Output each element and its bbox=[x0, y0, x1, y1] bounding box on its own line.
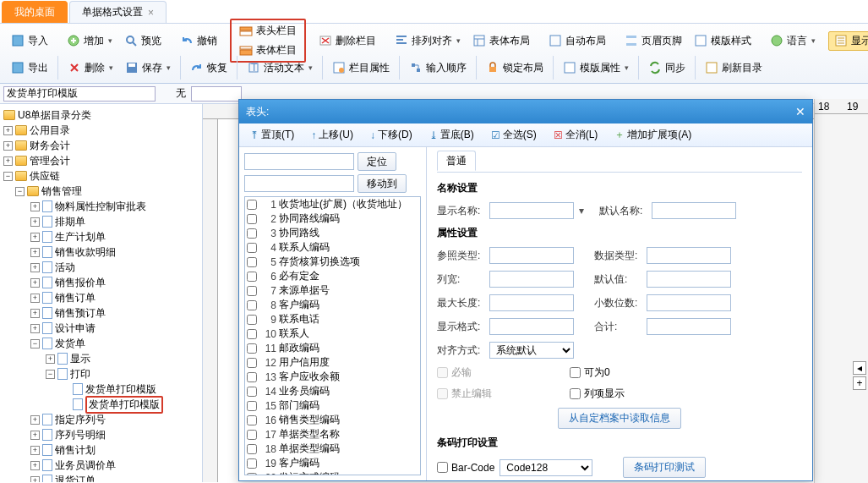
list-check[interactable] bbox=[247, 473, 257, 476]
export-button[interactable]: 导出 bbox=[5, 58, 54, 78]
template-style-button[interactable]: 模版样式 bbox=[688, 31, 757, 51]
addext-button[interactable]: ＋增加扩展项(A) bbox=[609, 125, 697, 145]
locate-input[interactable] bbox=[244, 153, 354, 170]
header-cols-button[interactable]: 表头栏目 bbox=[233, 21, 303, 41]
list-check[interactable] bbox=[247, 458, 257, 469]
list-check[interactable] bbox=[247, 329, 257, 339]
tree-root[interactable]: U8单据目录分类 bbox=[0, 107, 202, 123]
list-item[interactable]: 4联系人编码 bbox=[245, 240, 420, 255]
tree-node[interactable]: +业务员调价单 bbox=[0, 458, 202, 473]
zero-check[interactable] bbox=[570, 367, 581, 378]
list-item[interactable]: 16销售类型编码 bbox=[245, 413, 420, 427]
tree-node[interactable]: +销售报价单 bbox=[0, 275, 202, 290]
barcode-test-button[interactable]: 条码打印测试 bbox=[623, 457, 706, 478]
datatype-input[interactable] bbox=[647, 247, 731, 264]
list-check[interactable] bbox=[247, 343, 257, 354]
tree-node[interactable]: +销售收款明细 bbox=[0, 244, 202, 260]
tree-node[interactable]: +显示 bbox=[0, 351, 202, 366]
list-check[interactable] bbox=[247, 358, 257, 368]
colshow-check[interactable] bbox=[570, 388, 581, 399]
list-item[interactable]: 18单据类型编码 bbox=[245, 442, 420, 456]
body-layout-button[interactable]: 表体布局 bbox=[467, 31, 536, 51]
sync-button[interactable]: 同步 bbox=[642, 58, 691, 78]
list-check[interactable] bbox=[247, 286, 257, 296]
list-item[interactable]: 5存货核算切换选项 bbox=[245, 255, 420, 269]
default-input[interactable] bbox=[647, 271, 731, 288]
template-name-input[interactable] bbox=[3, 86, 156, 102]
list-item[interactable]: 15部门编码 bbox=[245, 398, 420, 413]
close-icon[interactable]: ✕ bbox=[795, 105, 805, 118]
colwidth-input[interactable] bbox=[489, 271, 574, 288]
list-item[interactable]: 12用户信用度 bbox=[245, 355, 420, 370]
tree-node[interactable]: 发货单打印模版 bbox=[0, 381, 202, 397]
delete-button[interactable]: 删除▾ bbox=[62, 58, 119, 78]
tree-node[interactable]: +生产计划单 bbox=[0, 229, 202, 244]
list-item[interactable]: 19客户编码 bbox=[245, 456, 420, 470]
bottom-button[interactable]: ⤓置底(B) bbox=[423, 125, 480, 145]
language-button[interactable]: 语言▾ bbox=[764, 31, 822, 51]
down-button[interactable]: ↓下移(D) bbox=[364, 125, 418, 145]
list-item[interactable]: 2协同路线编码 bbox=[245, 211, 420, 226]
list-item[interactable]: 13客户应收余额 bbox=[245, 370, 420, 384]
reftype-input[interactable] bbox=[489, 247, 574, 264]
list-item[interactable]: 9联系电话 bbox=[245, 312, 420, 327]
read-from-archive-button[interactable]: 从自定档案中读取信息 bbox=[558, 408, 681, 429]
tree-node[interactable]: +销售预订单 bbox=[0, 305, 202, 321]
list-check[interactable] bbox=[247, 430, 257, 440]
tree-node[interactable]: −打印 bbox=[0, 366, 202, 381]
list-check[interactable] bbox=[247, 257, 257, 267]
tree-pane[interactable]: U8单据目录分类 +公用目录 +财务会计 +管理会计 −供应链 −销售管理 +物… bbox=[0, 104, 203, 482]
list-item[interactable]: 7来源单据号 bbox=[245, 283, 420, 298]
tree-node[interactable]: +销售订单 bbox=[0, 290, 202, 305]
list-check[interactable] bbox=[247, 272, 257, 282]
tree-node[interactable]: 发货单打印模版 bbox=[0, 397, 202, 412]
none-input[interactable] bbox=[191, 86, 242, 102]
list-check[interactable] bbox=[247, 243, 257, 253]
list-item[interactable]: 10联系人 bbox=[245, 327, 420, 341]
restore-button[interactable]: 恢复 bbox=[184, 58, 233, 78]
tree-node[interactable]: −供应链 bbox=[0, 168, 202, 184]
tab-format[interactable]: 单据格式设置× bbox=[69, 1, 167, 23]
tree-node[interactable]: +指定序列号 bbox=[0, 412, 202, 427]
tree-node[interactable]: −销售管理 bbox=[0, 184, 202, 199]
lock-layout-button[interactable]: 锁定布局 bbox=[480, 58, 549, 78]
tree-node[interactable]: +销售计划 bbox=[0, 442, 202, 458]
tab-general[interactable]: 普通 bbox=[437, 151, 476, 171]
list-item[interactable]: 11邮政编码 bbox=[245, 341, 420, 355]
field-list[interactable]: 1收货地址(扩展)（收货地址）2协同路线编码3协同路线4联系人编码5存货核算切换… bbox=[244, 196, 421, 475]
list-check[interactable] bbox=[247, 415, 257, 425]
list-item[interactable]: 8客户编码 bbox=[245, 298, 420, 312]
show-toc-button[interactable]: 显示目录 bbox=[828, 31, 868, 51]
sum-input[interactable] bbox=[647, 318, 731, 335]
list-check[interactable] bbox=[247, 372, 257, 382]
moveto-input[interactable] bbox=[244, 175, 354, 192]
align-select[interactable]: 系统默认 bbox=[489, 342, 574, 359]
tree-node[interactable]: +公用目录 bbox=[0, 123, 202, 138]
list-check[interactable] bbox=[247, 315, 257, 325]
del-col-button[interactable]: 删除栏目 bbox=[313, 31, 382, 51]
add-handle[interactable]: + bbox=[853, 376, 866, 390]
close-icon[interactable]: × bbox=[148, 7, 154, 19]
header-footer-button[interactable]: 页眉页脚 bbox=[619, 31, 688, 51]
tree-node[interactable]: +退货订单 bbox=[0, 473, 202, 482]
dialog-titlebar[interactable]: 表头: ✕ bbox=[239, 100, 812, 123]
list-check[interactable] bbox=[247, 228, 257, 239]
tree-node[interactable]: +排期单 bbox=[0, 214, 202, 229]
add-button[interactable]: 增加▾ bbox=[61, 31, 118, 51]
list-item[interactable]: 17单据类型名称 bbox=[245, 427, 420, 442]
active-text-button[interactable]: T活动文本▾ bbox=[241, 58, 319, 78]
decimal-input[interactable] bbox=[647, 294, 731, 311]
list-item[interactable]: 1收货地址(扩展)（收货地址） bbox=[245, 197, 420, 211]
tree-node[interactable]: −发货单 bbox=[0, 336, 202, 351]
refresh-toc-button[interactable]: 刷新目录 bbox=[699, 58, 768, 78]
tree-node[interactable]: +活动 bbox=[0, 260, 202, 275]
save-button[interactable]: 保存▾ bbox=[119, 58, 177, 78]
tree-node[interactable]: +物料属性控制审批表 bbox=[0, 199, 202, 214]
list-check[interactable] bbox=[247, 214, 257, 224]
selectall-button[interactable]: ☑全选(S) bbox=[485, 125, 543, 145]
list-check[interactable] bbox=[247, 200, 257, 210]
undo-button[interactable]: 撤销 bbox=[174, 31, 223, 51]
dispfmt-input[interactable] bbox=[489, 318, 574, 335]
list-item[interactable]: 3协同路线 bbox=[245, 226, 420, 240]
zoom-handle[interactable]: ◂ bbox=[853, 361, 866, 375]
